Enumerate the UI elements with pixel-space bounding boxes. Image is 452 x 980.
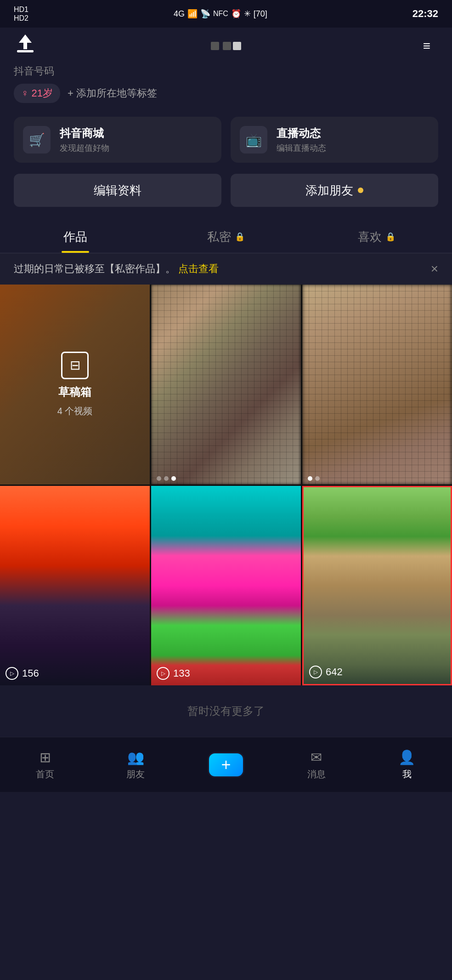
liked-lock-icon: 🔒 xyxy=(385,232,396,242)
content-tabs: 作品 私密 🔒 喜欢 🔒 xyxy=(0,221,452,253)
video-overlay-3: ▷ 156 xyxy=(6,667,39,680)
live-text: 直播动态 编辑直播动态 xyxy=(277,126,326,154)
video-item-4[interactable]: ▷ 133 xyxy=(151,486,301,686)
notification-link[interactable]: 点击查看 xyxy=(178,263,219,274)
play-icon-3: ▷ xyxy=(6,667,18,680)
tab-private-label: 私密 xyxy=(207,229,231,245)
dot-1 xyxy=(157,476,161,481)
live-icon: 📺 xyxy=(240,126,267,154)
shop-subtitle: 发现超值好物 xyxy=(60,142,109,154)
notification-close-button[interactable]: × xyxy=(431,262,438,276)
age-value: 21岁 xyxy=(32,86,53,100)
upload-button[interactable] xyxy=(14,34,37,57)
nav-friends[interactable]: 👥 朋友 xyxy=(90,749,181,781)
create-button[interactable]: + xyxy=(208,752,244,778)
view-count-3: 156 xyxy=(22,667,39,679)
time-display: 22:32 xyxy=(412,8,438,20)
age-tag[interactable]: ♀ 21岁 xyxy=(14,84,60,103)
plus-icon: + xyxy=(221,755,231,775)
wifi-icon: 📡 xyxy=(200,9,210,19)
header: ≡ xyxy=(0,28,452,64)
dot-2 xyxy=(315,476,320,481)
tab-private[interactable]: 私密 🔒 xyxy=(151,221,301,253)
share-icon-group xyxy=(211,42,241,50)
nav-messages[interactable]: ✉ 消息 xyxy=(271,749,362,781)
notification-text: 过期的日常已被移至【私密作品】。 点击查看 xyxy=(14,262,219,276)
signal-4g: 4G xyxy=(174,9,185,19)
messages-icon: ✉ xyxy=(311,749,322,765)
add-friend-button[interactable]: 添加朋友 xyxy=(231,174,438,207)
play-icon-5: ▷ xyxy=(309,666,322,678)
battery-icon: [70] xyxy=(254,9,267,19)
carrier1: HD1 xyxy=(14,5,28,14)
nav-plus-container: + xyxy=(181,752,271,778)
nfc-icon: NFC xyxy=(213,10,228,18)
draft-box: ⊟ 草稿箱 4 个视频 xyxy=(0,285,150,484)
signal-bars: 📶 xyxy=(187,9,198,19)
video-item-1[interactable] xyxy=(151,285,301,484)
notification-banner: 过期的日常已被移至【私密作品】。 点击查看 × xyxy=(0,253,452,285)
view-count-4: 133 xyxy=(173,667,190,679)
nav-home[interactable]: ⊞ 首页 xyxy=(0,749,90,781)
dot-1 xyxy=(308,476,312,481)
home-icon: ⊞ xyxy=(40,749,51,765)
add-friend-label: 添加朋友 xyxy=(305,182,353,199)
me-icon: 👤 xyxy=(398,749,415,765)
profile-section: 抖音号码 ♀ 21岁 + 添加所在地等标签 🛒 抖音商城 发现超值好物 📺 直播… xyxy=(0,64,452,221)
share-block-dark xyxy=(211,42,219,50)
carrier-info: HD1 HD2 xyxy=(14,5,28,23)
video-grid: ⊟ 草稿箱 4 个视频 ▷ 156 xyxy=(0,285,452,685)
building-thumbnail xyxy=(0,486,150,686)
private-lock-icon: 🔒 xyxy=(235,232,245,242)
view-count-5: 642 xyxy=(326,666,343,678)
bottom-nav: ⊞ 首页 👥 朋友 + ✉ 消息 👤 我 xyxy=(0,737,452,792)
bluetooth-icon: ✳ xyxy=(244,9,251,19)
draft-icon: ⊟ xyxy=(61,352,89,379)
share-block-2 xyxy=(233,42,241,50)
dog-thumbnail xyxy=(304,487,451,684)
video-item-5[interactable]: ▷ 642 xyxy=(302,486,452,686)
tab-liked[interactable]: 喜欢 🔒 xyxy=(301,221,452,253)
end-message: 暂时没有更多了 xyxy=(0,685,452,737)
video-dots-1 xyxy=(157,476,176,481)
friends-label: 朋友 xyxy=(126,768,145,781)
dot-2 xyxy=(164,476,169,481)
tab-liked-label: 喜欢 xyxy=(358,229,382,245)
shop-text: 抖音商城 发现超值好物 xyxy=(60,126,109,154)
play-icon-4: ▷ xyxy=(157,667,170,680)
notification-message: 过期的日常已被移至【私密作品】。 xyxy=(14,263,175,274)
dot-3 xyxy=(171,476,176,481)
add-tag-button[interactable]: + 添加所在地等标签 xyxy=(68,86,157,100)
video-item-2[interactable] xyxy=(302,285,452,484)
draft-box-item[interactable]: ⊟ 草稿箱 4 个视频 xyxy=(0,285,150,484)
profile-id-label: 抖音号码 xyxy=(14,64,438,78)
age-icon: ♀ xyxy=(21,87,29,99)
video-overlay-5: ▷ 642 xyxy=(309,666,343,678)
service-cards: 🛒 抖音商城 发现超值好物 📺 直播动态 编辑直播动态 xyxy=(14,117,438,163)
action-buttons: 编辑资料 添加朋友 xyxy=(14,174,438,207)
video-dots-2 xyxy=(308,476,320,481)
video-overlay-4: ▷ 133 xyxy=(157,667,190,680)
signal-info: 4G 📶 📡 NFC ⏰ ✳ [70] xyxy=(174,9,267,19)
tab-works[interactable]: 作品 xyxy=(0,221,151,253)
draft-count: 4 个视频 xyxy=(57,405,93,417)
upload-icon xyxy=(14,34,37,57)
friends-icon: 👥 xyxy=(127,749,144,765)
share-block-1 xyxy=(223,42,231,50)
alarm-icon: ⏰ xyxy=(231,9,241,19)
nav-me[interactable]: 👤 我 xyxy=(362,749,452,781)
me-label: 我 xyxy=(402,768,412,781)
shop-card[interactable]: 🛒 抖音商城 发现超值好物 xyxy=(14,117,221,163)
add-friend-dot xyxy=(358,188,363,193)
live-card[interactable]: 📺 直播动态 编辑直播动态 xyxy=(231,117,438,163)
menu-button[interactable]: ≡ xyxy=(415,34,438,57)
live-title: 直播动态 xyxy=(277,126,326,141)
doll-thumbnail xyxy=(151,486,301,686)
live-subtitle: 编辑直播动态 xyxy=(277,142,326,154)
tab-works-label: 作品 xyxy=(63,229,87,245)
status-bar: HD1 HD2 4G 📶 📡 NFC ⏰ ✳ [70] 22:32 xyxy=(0,0,452,28)
shop-icon: 🛒 xyxy=(23,126,51,154)
edit-profile-button[interactable]: 编辑资料 xyxy=(14,174,221,207)
video-item-3[interactable]: ▷ 156 xyxy=(0,486,150,686)
profile-tags: ♀ 21岁 + 添加所在地等标签 xyxy=(14,84,438,103)
